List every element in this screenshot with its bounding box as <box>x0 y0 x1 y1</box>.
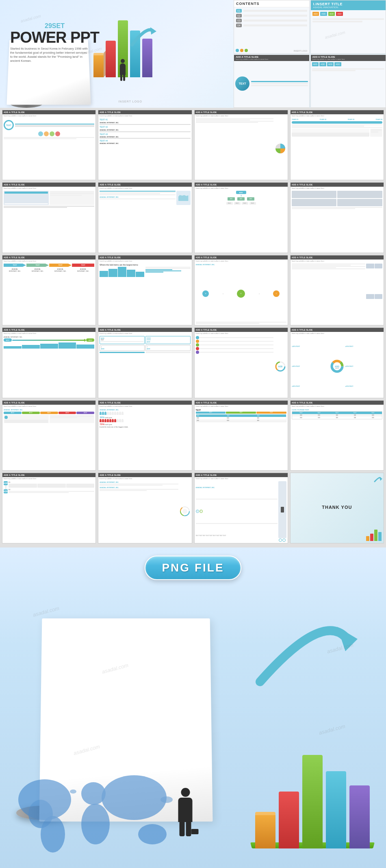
slide-cycle-phone[interactable]: ADD A TITLE SLIDE Insert my subtitle or … <box>194 473 288 543</box>
slides-grid: ADD A TITLE SLIDE Insert my subtitle or … <box>0 108 386 547</box>
slide-circle-diagram[interactable]: ADD A TITLE SLIDE Insert my subtitle or … <box>194 327 288 398</box>
svg-text:TEXT: TEXT <box>335 367 339 369</box>
insert-logo-hero: INSERT LOGO <box>118 100 142 103</box>
slide-pie-map[interactable]: ADD A TITLE SLIDE Insert my subtitle or … <box>194 110 288 180</box>
slides-row-4: ADD A TITLE SLIDE Insert my subtitle or … <box>2 327 384 398</box>
png-banner: PNG FILE <box>0 547 386 584</box>
slides-row-1: ADD A TITLE SLIDE Insert my subtitle or … <box>2 110 384 180</box>
large-arrow <box>248 604 362 696</box>
svg-point-26 <box>138 824 167 844</box>
slide-donut-labels[interactable]: ADD A TITLE SLIDE Insert my subtitle or … <box>290 327 384 398</box>
bar-large-green <box>302 755 323 848</box>
hero-title: POWER PPT <box>10 30 99 45</box>
svg-point-24 <box>81 804 110 844</box>
slide-flow-diagram[interactable]: ADD A TITLE SLIDE Insert my subtitle or … <box>2 327 96 398</box>
slide-timeline[interactable]: ADD A TITLE SLIDE Insert my subtitle or … <box>290 110 384 180</box>
slide-numbered-list[interactable]: ADD A TITLE SLIDE Insert my subtitle or … <box>2 473 96 543</box>
slide-text-list[interactable]: ADD A TITLE SLIDE Insert my subtitle or … <box>98 110 192 180</box>
svg-text:ADD: ADD <box>278 365 282 368</box>
slide-arrow-steps[interactable]: ADD A TITLE SLIDE Insert my subtitle or … <box>2 255 96 325</box>
hero-slide-contents: CONTENTS 01 02 03 04 <box>234 0 310 54</box>
slide-connected-circles[interactable]: ADD A TITLE SLIDE Insert my subtitle or … <box>194 255 288 325</box>
slide-circles-bubbles[interactable]: ADD A TITLE SLIDE Insert my subtitle or … <box>2 110 96 180</box>
bar-large-orange <box>255 812 275 848</box>
thank-you-text: THANK YOU <box>322 505 352 510</box>
slides-row-6: ADD A TITLE SLIDE Insert my subtitle or … <box>2 473 384 543</box>
world-map-large <box>8 767 179 857</box>
bar-orange <box>93 53 104 77</box>
slide-thank-you[interactable]: THANK YOU <box>290 473 384 543</box>
slide-product-cycle[interactable]: ADD A TITLE SLIDE Insert my subtitle or … <box>98 473 192 543</box>
slide-progress-bars[interactable]: ADD A TITLE SLIDE Insert my subtitle or … <box>2 400 96 471</box>
svg-point-18 <box>182 509 187 514</box>
svg-point-27 <box>70 789 76 794</box>
svg-point-28 <box>160 796 173 803</box>
slide-icon-boxes[interactable]: ADD A TITLE SLIDE Insert my subtitle or … <box>98 327 192 398</box>
slide-text-photos[interactable]: ADD A TITLE SLIDE Insert my subtitle or … <box>290 255 384 325</box>
png-section: PNG FILE asadal.com asadal.com asadal.co… <box>0 547 386 868</box>
person-large <box>178 788 193 836</box>
svg-marker-0 <box>150 27 156 35</box>
bar-red <box>106 41 116 77</box>
hero-slide-insert-title: I.INSERT TITLE ASADAL INNOVATION ADD ADD… <box>310 0 386 54</box>
hero-arrow <box>126 22 156 50</box>
hero-right-slides: CONTENTS 01 02 03 04 <box>234 0 386 108</box>
slide-photos-text[interactable]: ADD A TITLE SLIDE Insert my subtitle or … <box>290 182 384 253</box>
svg-point-25 <box>102 775 167 820</box>
svg-marker-29 <box>337 627 358 651</box>
slide-people-chart[interactable]: ADD A TITLE SLIDE Insert my subtitle or … <box>98 400 192 471</box>
slide-text-map[interactable]: ADD A TITLE SLIDE Insert my subtitle or … <box>98 182 192 253</box>
slides-row-2: ADD A TITLE SLIDE Insert my subtitle or … <box>2 182 384 253</box>
hero-section: 29SET POWER PPT Started its business in … <box>0 0 386 108</box>
slides-row-5: ADD A TITLE SLIDE Insert my subtitle or … <box>2 400 384 471</box>
svg-point-23 <box>81 782 106 805</box>
slide-data-table2[interactable]: ADD A TITLE SLIDE Insert my subtitle or … <box>290 400 384 471</box>
bar-large-red <box>279 792 299 848</box>
bar-large-purple <box>349 785 370 848</box>
png-visual-area <box>0 584 386 868</box>
bar-large-teal <box>326 771 346 848</box>
slide-book[interactable]: ADD A TITLE SLIDE Insert my subtitle or … <box>2 182 96 253</box>
hero-person <box>120 59 126 81</box>
slide-table-bars[interactable]: ADD A TITLE SLIDE Insert my subtitle or … <box>98 255 192 325</box>
large-bar-chart <box>255 755 370 848</box>
png-content: asadal.com asadal.com asadal.com asadal.… <box>0 584 386 868</box>
svg-point-22 <box>41 816 65 853</box>
slide-org-flow[interactable]: ADD A TITLE SLIDE Insert my subtitle or … <box>194 182 288 253</box>
png-badge: PNG FILE <box>145 556 241 580</box>
slides-row-3: ADD A TITLE SLIDE Insert my subtitle or … <box>2 255 384 325</box>
slide-data-table[interactable]: ADD A TITLE SLIDE Insert my subtitle or … <box>194 400 288 471</box>
hero-slide-boxes: ADD A TITLE SLIDE Insert my subtitle or … <box>310 55 386 108</box>
hero-slide-circles: ADD A TITLE SLIDE Insert my subtitle or … <box>234 55 310 108</box>
hero-text: 29SET POWER PPT Started its business in … <box>10 22 99 63</box>
hero-subtitle: Started its business in Seoul Korea in F… <box>10 47 89 63</box>
